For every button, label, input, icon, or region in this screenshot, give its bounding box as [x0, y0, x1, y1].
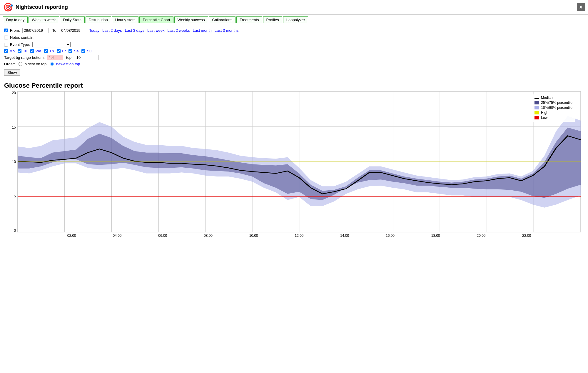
- navigation: Day to day Week to week Daily Stats Dist…: [0, 15, 588, 25]
- legend-p2575: 25%/75% percentile: [534, 101, 572, 105]
- date-row: From: To: Today Last 2 days Last 3 days …: [4, 28, 584, 33]
- x-label-06: 06:00: [154, 234, 171, 244]
- y-label-15: 15: [12, 126, 16, 129]
- to-date-input[interactable]: [60, 28, 86, 33]
- order-label: Order:: [4, 62, 15, 66]
- tab-day-to-day[interactable]: Day to day: [3, 16, 28, 23]
- tab-daily-stats[interactable]: Daily Stats: [60, 16, 85, 23]
- wednesday-label: We: [36, 49, 41, 53]
- tuesday-checkbox[interactable]: [18, 49, 21, 53]
- legend-median: Median: [534, 96, 572, 100]
- event-type-select[interactable]: [32, 42, 71, 47]
- chart-container: 20 15 10 5 0: [4, 91, 584, 244]
- p2575-color: [534, 101, 539, 104]
- x-axis: 02:00 04:00 06:00 08:00 10:00 12:00 14:0…: [17, 232, 581, 244]
- tab-weekly-success[interactable]: Weekly success: [174, 16, 208, 23]
- chart-legend: Median 25%/75% percentile 10%/90% percen…: [532, 94, 575, 122]
- p2575-label: 25%/75% percentile: [541, 101, 572, 105]
- median-label: Median: [541, 96, 552, 100]
- high-color: [534, 111, 539, 114]
- x-label-02: 02:00: [63, 234, 81, 244]
- chart-svg: [18, 91, 581, 232]
- saturday-checkbox[interactable]: [69, 49, 72, 53]
- order-oldest-radio[interactable]: [19, 62, 22, 66]
- tab-treatments[interactable]: Treatments: [236, 16, 262, 23]
- from-checkbox[interactable]: [4, 29, 8, 32]
- last-3-months-link[interactable]: Last 3 months: [215, 28, 239, 33]
- x-label-16: 16:00: [381, 234, 399, 244]
- event-type-row: Event Type:: [4, 42, 584, 47]
- target-bottom-input[interactable]: [47, 55, 63, 60]
- friday-label: Fr: [62, 49, 66, 53]
- from-date-input[interactable]: [22, 28, 49, 33]
- y-label-10: 10: [12, 160, 16, 164]
- tab-percentile-chart[interactable]: Percentile Chart: [139, 16, 173, 23]
- target-top-label: top:: [66, 55, 73, 60]
- low-label: Low: [541, 116, 547, 120]
- event-type-checkbox[interactable]: [4, 43, 8, 46]
- legend-high: High: [534, 111, 572, 115]
- x-label-08: 08:00: [199, 234, 217, 244]
- x-label-10: 10:00: [245, 234, 263, 244]
- tuesday-label: Tu: [23, 49, 27, 53]
- legend-low: Low: [534, 116, 572, 120]
- low-color: [534, 116, 539, 119]
- p1090-label: 10%/90% percentile: [541, 106, 572, 110]
- tab-hourly-stats[interactable]: Hourly stats: [112, 16, 139, 23]
- x-label-end: [563, 234, 581, 244]
- last-3-days-link[interactable]: Last 3 days: [125, 28, 145, 33]
- last-week-link[interactable]: Last week: [147, 28, 165, 33]
- sunday-checkbox[interactable]: [81, 49, 85, 53]
- target-row: Target bg range bottom: top:: [4, 55, 584, 60]
- saturday-label: Sa: [74, 49, 78, 53]
- order-newest-radio[interactable]: [50, 62, 54, 66]
- sunday-label: Su: [87, 49, 91, 53]
- event-type-label: Event Type:: [10, 42, 30, 47]
- tab-loopalyzer[interactable]: Loopalyzer: [283, 16, 308, 23]
- close-button[interactable]: X: [577, 3, 585, 11]
- monday-label: Mo: [9, 49, 15, 53]
- thursday-checkbox[interactable]: [44, 49, 48, 53]
- target-top-input[interactable]: [75, 55, 98, 60]
- thursday-label: Th: [49, 49, 54, 53]
- monday-checkbox[interactable]: [4, 49, 8, 53]
- x-label-14: 14:00: [336, 234, 353, 244]
- show-button[interactable]: Show: [4, 69, 20, 76]
- x-label-04: 04:00: [108, 234, 126, 244]
- to-label: To:: [52, 28, 57, 33]
- order-oldest-label: oldest on top: [25, 62, 46, 66]
- y-label-5: 5: [14, 194, 16, 198]
- x-label-22: 22:00: [518, 234, 535, 244]
- high-label: High: [541, 111, 548, 115]
- y-label-0: 0: [14, 229, 16, 232]
- notes-row: Notes contain:: [4, 35, 584, 40]
- friday-checkbox[interactable]: [57, 49, 61, 53]
- days-row: Mo Tu We Th Fr Sa Su: [4, 49, 584, 53]
- report-title: Glucose Percentile report: [0, 78, 588, 91]
- chart-area: Median 25%/75% percentile 10%/90% percen…: [17, 91, 581, 232]
- filter-panel: From: To: Today Last 2 days Last 3 days …: [0, 25, 588, 78]
- last-month-link[interactable]: Last month: [193, 28, 211, 33]
- notes-input[interactable]: [37, 35, 75, 40]
- tab-profiles[interactable]: Profiles: [263, 16, 282, 23]
- median-color: [534, 98, 539, 99]
- app-logo: 🎯: [3, 2, 13, 12]
- x-label-18: 18:00: [427, 234, 445, 244]
- app-header: 🎯 Nightscout reporting: [0, 0, 588, 15]
- from-label: From:: [10, 28, 20, 33]
- x-label-20: 20:00: [472, 234, 490, 244]
- last-2-weeks-link[interactable]: Last 2 weeks: [168, 28, 190, 33]
- tab-calibrations[interactable]: Calibrations: [209, 16, 236, 23]
- tab-week-to-week[interactable]: Week to week: [29, 16, 59, 23]
- tab-distribution[interactable]: Distribution: [86, 16, 111, 23]
- x-label-12: 12:00: [290, 234, 308, 244]
- notes-label: Notes contain:: [10, 35, 34, 40]
- last-2-days-link[interactable]: Last 2 days: [102, 28, 122, 33]
- y-axis: 20 15 10 5 0: [4, 91, 17, 232]
- notes-checkbox[interactable]: [4, 36, 8, 39]
- today-link[interactable]: Today: [89, 28, 99, 33]
- app-title: Nightscout reporting: [16, 4, 68, 10]
- order-newest-label: newest on top: [56, 62, 80, 66]
- wednesday-checkbox[interactable]: [30, 49, 34, 53]
- p1090-color: [534, 106, 539, 109]
